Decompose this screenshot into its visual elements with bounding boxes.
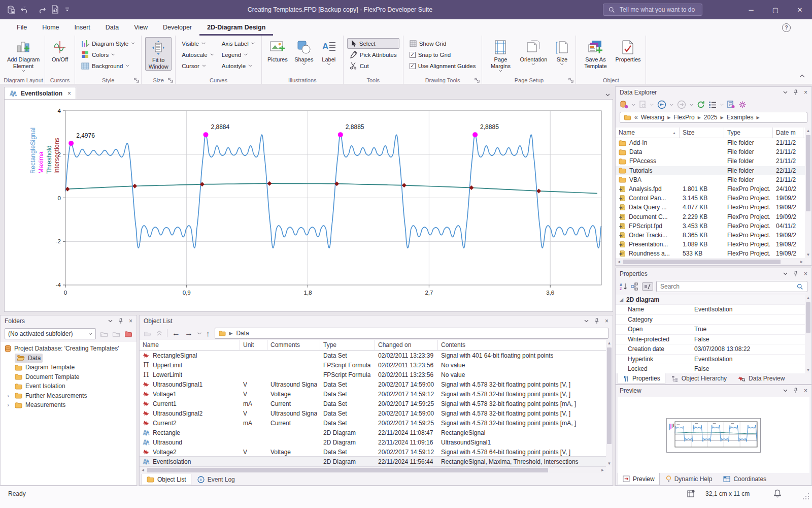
save-as-template-button[interactable]: Save As Template — [580, 37, 611, 70]
dialog-launcher-icon[interactable] — [134, 78, 139, 83]
menu-tab-view[interactable]: View — [126, 19, 155, 36]
selected-folder[interactable]: Data — [15, 354, 43, 363]
help-icon[interactable]: ? — [782, 23, 791, 32]
explorer-row-roundness-a-[interactable]: Roundness a...533 KBFlexPro Project...19… — [616, 249, 805, 258]
explorer-row-presentation-[interactable]: Presentation...1.089 KBFlexPro Project..… — [616, 240, 805, 249]
object-row-voltage2[interactable]: Voltage2VVoltageData Set20/02/2017 14:59… — [140, 447, 606, 457]
open-folder-icon[interactable] — [144, 330, 152, 337]
pin-icon[interactable] — [793, 388, 798, 394]
colors-button[interactable]: Colors — [79, 49, 138, 60]
refresh-icon[interactable] — [697, 101, 705, 109]
panel-menu-chevron-icon[interactable] — [584, 320, 589, 323]
chevron-down-icon[interactable] — [720, 104, 724, 106]
curves-autoscale-button[interactable]: Autoscale — [179, 49, 217, 60]
add-diagram-element-button[interactable]: Add Diagram Element — [6, 37, 41, 72]
folder-tree-item-measurements[interactable]: ›Measurements — [5, 400, 137, 410]
object-list-vscrollbar[interactable]: ▲ ▼ — [606, 340, 613, 467]
settings-gear-icon[interactable] — [738, 101, 747, 109]
save-database-icon[interactable] — [7, 6, 15, 14]
close-panel-icon[interactable]: × — [129, 318, 132, 325]
refresh-document-icon[interactable] — [51, 5, 59, 14]
object-row-current1[interactable]: Current1mACurrentData Set20/02/2017 14:5… — [140, 399, 606, 408]
minimize-button[interactable]: ─ — [739, 0, 763, 19]
close-tab-icon[interactable]: × — [67, 90, 71, 97]
column-header-unit[interactable]: Unit — [240, 340, 267, 350]
navigate-forward-icon[interactable] — [677, 100, 686, 109]
tab-dynamic-help[interactable]: Dynamic Help — [661, 473, 718, 485]
menu-tab-2d-diagram-design[interactable]: 2D-Diagram Design — [199, 19, 273, 36]
object-row-ultrasoundsignal1[interactable]: UltrasoundSignal1VUltrasound SignalData … — [140, 379, 606, 389]
curves-legend-button[interactable]: Legend — [219, 49, 258, 60]
breadcrumb-item-2025[interactable]: 2025 — [704, 114, 718, 121]
resize-grip[interactable] — [802, 492, 809, 499]
dialog-launcher-icon[interactable] — [568, 78, 573, 83]
explorer-row-add-in[interactable]: Add-InFile folder21/11/2 — [616, 138, 805, 147]
explorer-row-data-query-[interactable]: Data Query ...4.077 KBFlexPro Project...… — [616, 203, 805, 212]
breadcrumb-item-weisang[interactable]: Weisang — [641, 114, 664, 121]
breadcrumb-item-examples[interactable]: Examples — [727, 114, 754, 121]
view-details-icon[interactable] — [708, 101, 717, 108]
orientation-button[interactable]: Orientation — [518, 37, 549, 66]
object-row-upperlimit[interactable]: ΠUpperLimitFPScript Formula02/02/2011 13… — [140, 360, 606, 370]
chevron-down-icon[interactable] — [650, 104, 654, 106]
tab-eventisolation[interactable]: EventIsolation × — [4, 87, 76, 100]
page-margins-button[interactable]: Page Margins — [486, 37, 515, 72]
column-header-changed-on[interactable]: Changed on — [375, 340, 438, 350]
cut-button[interactable]: Cut — [347, 60, 399, 71]
redo-icon[interactable] — [38, 6, 46, 14]
column-header-name[interactable]: Name — [140, 340, 240, 350]
dialog-launcher-icon[interactable] — [475, 78, 480, 83]
object-properties-button[interactable]: Properties — [614, 37, 642, 63]
column-header-type[interactable]: Type — [320, 340, 375, 350]
tell-me-search[interactable]: Tell me what you want to do — [603, 4, 702, 16]
pin-icon[interactable] — [793, 271, 798, 277]
object-row-ultrasoundsignal2[interactable]: UltrasoundSignal2VUltrasound SignalData … — [140, 408, 606, 418]
column-header-contents[interactable]: Contents — [438, 340, 606, 350]
object-row-lowerlimit[interactable]: ΠLowerLimitFPScript Formula02/02/2011 13… — [140, 370, 606, 379]
curves-cursor-button[interactable]: Cursor — [179, 60, 217, 71]
pick-attributes-button[interactable]: Pick Attributes — [347, 49, 399, 60]
property-row-name[interactable]: NameEventIsolation — [616, 305, 805, 315]
categorize-icon[interactable] — [631, 282, 639, 291]
chevron-down-icon[interactable] — [690, 104, 693, 106]
collapse-ribbon-icon[interactable] — [799, 74, 805, 78]
object-list-hscrollbar[interactable]: ◄ ► — [140, 467, 606, 473]
background-button[interactable]: Background — [79, 60, 138, 71]
menu-tab-home[interactable]: Home — [35, 19, 66, 36]
panel-menu-chevron-icon[interactable] — [783, 389, 788, 392]
column-header-comments[interactable]: Comments — [267, 340, 320, 350]
history-chevron-icon[interactable] — [197, 332, 201, 335]
properties-search-input[interactable] — [660, 283, 794, 290]
menu-tab-insert[interactable]: Insert — [67, 19, 98, 36]
explorer-row-document-c-[interactable]: Document C...2.229 KBFlexPro Project...1… — [616, 212, 805, 221]
curves-autostyle-button[interactable]: Autostyle — [219, 60, 258, 71]
close-panel-icon[interactable]: × — [605, 318, 608, 325]
database-new-icon[interactable] — [620, 101, 628, 109]
pin-icon[interactable] — [793, 89, 798, 96]
explorer-row-control-pan-[interactable]: Control Pan...3.145 KBFlexPro Project...… — [616, 194, 805, 203]
panel-menu-chevron-icon[interactable] — [783, 272, 788, 275]
tab-data-preview[interactable]: Data Preview — [733, 373, 790, 384]
close-button[interactable]: ✕ — [788, 0, 812, 19]
menu-tab-file[interactable]: File — [9, 19, 35, 36]
maximize-button[interactable]: ▢ — [763, 0, 788, 19]
folder-tree-item-event-isolation[interactable]: Event Isolation — [5, 382, 137, 391]
shapes-button[interactable]: Shapes — [292, 37, 316, 66]
folder-tree-item-document-template[interactable]: Document Template — [5, 372, 137, 382]
new-folder-icon[interactable] — [124, 331, 132, 337]
tab-event-log[interactable]: Event Log — [192, 474, 240, 485]
activate-folder-icon[interactable] — [112, 331, 120, 337]
breadcrumb-item-flexpro[interactable]: FlexPro — [673, 114, 694, 121]
page-setup-status-icon[interactable] — [687, 489, 696, 498]
index-options-icon[interactable] — [727, 101, 735, 109]
pin-icon[interactable] — [594, 318, 599, 324]
forward-icon[interactable]: → — [185, 329, 193, 338]
object-row-rectanglesignal[interactable]: RectangleSignalData Set02/02/2011 13:23:… — [140, 351, 606, 360]
properties-vscrollbar[interactable]: ▲ ▼ — [805, 295, 811, 373]
chevron-down-icon[interactable] — [670, 104, 673, 106]
diagram-style-button[interactable]: Diagram Style — [79, 38, 138, 49]
explorer-row-order-tracki-[interactable]: Order Tracki...8.365 KBFlexPro Project..… — [616, 231, 805, 240]
tab-object-hierarchy[interactable]: Object Hierarchy — [666, 373, 732, 384]
tab-preview[interactable]: Preview — [618, 473, 660, 485]
expand-chevron-icon[interactable]: › — [5, 393, 12, 399]
